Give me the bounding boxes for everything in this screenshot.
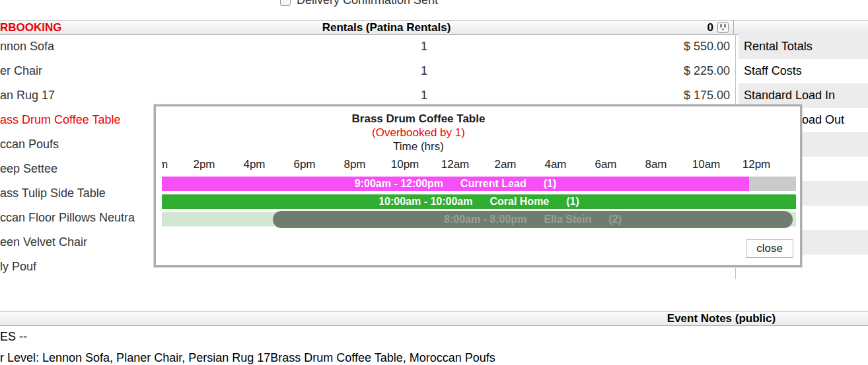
rentals-header-title: Rentals (Patina Rentals)	[307, 21, 466, 34]
item-name: er Chair	[0, 64, 42, 78]
overbooking-header: RBOOKING	[0, 21, 62, 34]
booking-bar-gray-tail	[749, 177, 796, 191]
booking-bar-coral-home[interactable]: 10:00am - 10:00am Coral Home (1)	[162, 194, 796, 209]
power-count: 0	[687, 21, 713, 34]
sidebar-label: Rental Totals	[744, 40, 813, 54]
booking-time: 10:00am - 10:00am	[379, 196, 472, 208]
table-row[interactable]: nnon Sofa 1 $ 550.00	[0, 34, 735, 59]
item-name: ly Pouf	[0, 260, 36, 274]
item-qty: 1	[396, 64, 452, 78]
item-name: een Velvet Chair	[0, 235, 87, 249]
item-name: an Rug 17	[0, 89, 55, 102]
booking-timeline-chart: 12pm 2pm 4pm 6pm 8pm 10pm 12am 2am 4am 6…	[162, 106, 796, 265]
booking-client: Coral Home	[489, 196, 549, 208]
delivery-confirmation-label: Delivery Confirmation Sent	[297, 0, 438, 7]
booking-time: 9:00am - 12:00pm	[355, 178, 443, 190]
overbooking-modal: Brass Drum Coffee Table (Overbooked by 1…	[154, 104, 802, 267]
axis-tick: 10pm	[391, 158, 419, 171]
axis-tick: 2pm	[193, 158, 215, 171]
app-screen: Delivery Confirmation Sent RBOOKING Rent…	[0, 0, 868, 365]
item-price: $ 225.00	[684, 64, 730, 78]
item-name: nnon Sofa	[0, 40, 54, 54]
item-name: eep Settee	[0, 162, 57, 176]
booking-bar-current-lead[interactable]: 9:00am - 12:00pm Current Lead (1)	[162, 177, 749, 191]
sidebar-label: Standard Load In	[744, 89, 835, 102]
axis-tick: 10am	[692, 158, 721, 171]
item-qty: 1	[396, 40, 452, 54]
header-column-divider	[733, 20, 734, 34]
axis-tick: 4pm	[243, 158, 265, 171]
booking-count: (2)	[608, 214, 622, 225]
axis-tick: 12am	[441, 158, 470, 171]
booking-count: (1)	[544, 178, 557, 190]
axis-tick: 6am	[595, 158, 616, 171]
booking-bar-strip: 8:00am - 8:00pm Ella Stein (2)	[162, 212, 796, 227]
item-price: $ 550.00	[684, 40, 730, 54]
booking-bar-ella-stein[interactable]: 8:00am - 8:00pm Ella Stein (2)	[273, 211, 793, 228]
table-row[interactable]: er Chair 1 $ 225.00	[0, 59, 735, 83]
booking-count: (1)	[566, 196, 579, 208]
item-name: ccan Floor Pillows Neutra	[0, 211, 135, 225]
item-name: ass Drum Coffee Table	[0, 113, 120, 127]
axis-tick: 8am	[645, 158, 667, 171]
axis-tick: 8pm	[344, 158, 365, 171]
sidebar-item-staff-costs[interactable]: Staff Costs	[739, 59, 868, 83]
axis-tick: 4am	[544, 158, 566, 171]
delivery-confirmation-checkbox[interactable]	[280, 0, 291, 6]
notes-line: r Level: Lennon Sofa, Planer Chair, Pers…	[0, 351, 495, 365]
time-axis: 12pm 2pm 4pm 6pm 8pm 10pm 12am 2am 4am 6…	[162, 158, 796, 173]
item-name: ass Tulip Side Table	[0, 186, 106, 200]
delivery-confirmation-row: Delivery Confirmation Sent	[280, 0, 438, 7]
booking-client: Current Lead	[460, 178, 526, 190]
item-price: $ 175.00	[684, 89, 730, 102]
axis-tick: 12pm	[742, 158, 771, 171]
axis-tick: 2am	[494, 158, 516, 171]
booking-time: 8:00am - 8:00pm	[444, 214, 526, 225]
sidebar-item-rental-totals[interactable]: Rental Totals	[739, 34, 868, 59]
sidebar-label: Staff Costs	[744, 64, 802, 78]
booking-client: Ella Stein	[544, 214, 591, 225]
event-notes-title: Event Notes (public)	[575, 312, 868, 325]
item-name: ccan Poufs	[0, 138, 59, 151]
item-qty: 1	[396, 89, 452, 102]
rentals-header-bar: RBOOKING Rentals (Patina Rentals) 0	[0, 20, 868, 35]
event-notes-header-bar: Event Notes (public)	[0, 311, 868, 326]
notes-line: ES --	[0, 330, 27, 344]
close-button[interactable]: close	[746, 239, 793, 258]
axis-tick: 12pm	[162, 158, 168, 171]
axis-tick: 6pm	[293, 158, 315, 171]
